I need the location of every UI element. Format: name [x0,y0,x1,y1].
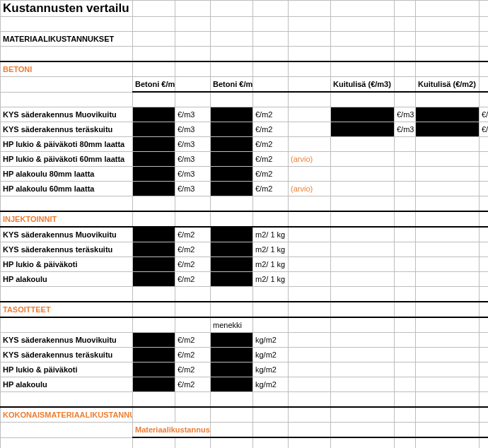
betoni-col2: Betoni €/m2 [211,77,253,93]
unit: €/m2 [253,107,289,122]
betoni-col1: Betoni €/m3 [133,77,175,93]
betoni-row-label: HP lukio & päiväkoti 80mm laatta [1,137,133,152]
unit [395,137,416,152]
tas-row-label: KYS säderakennus teräskuitu [1,348,133,362]
unit: €/m2 [175,377,211,392]
unit: €/m2 [253,122,289,137]
betoni-col4: Kuitulisä (€/m2) [416,77,480,93]
betoni-row-label: HP alakoulu 60mm laatta [1,182,133,196]
betoni-col3: Kuitulisä (€/m3) [331,77,395,93]
unit: €/m3 [175,122,211,137]
tasoitteet-header: TASOITTEET [1,302,133,317]
unit: €/m2 [480,107,489,122]
note: (arvio) [289,152,331,167]
unit: m2/ 1 kg [253,257,289,272]
unit: m2/ 1 kg [253,242,289,257]
unit: €/m3 [175,152,211,167]
injektoinnit-header: INJEKTOINNIT [1,211,133,227]
note [289,107,331,122]
kokonais-header: KOKONAISMATERIAALIKUSTANNUKSET [1,407,133,423]
unit: kg/m2 [253,348,289,362]
cost-comparison-table: Kustannusten vertailuMATERIAALIKUSTANNUK… [0,0,488,448]
unit [480,182,489,196]
section-material: MATERIAALIKUSTANNUKSET [1,32,133,47]
unit: kg/m2 [253,362,289,377]
betoni-row-label: HP alakoulu 80mm laatta [1,167,133,182]
unit: €/m3 [395,122,416,137]
inj-row-label: HP alakoulu [1,272,133,287]
unit [480,167,489,182]
betoni-row-label: KYS säderakennus teräskuitu [1,122,133,137]
unit: €/m2 [253,152,289,167]
betoni-row-label: HP lukio & päiväkoti 60mm laatta [1,152,133,167]
unit: €/m2 [175,272,211,287]
unit: €/m2 [175,257,211,272]
unit [395,167,416,182]
betoni-row-label: KYS säderakennus Muovikuitu [1,107,133,122]
note: (arvio) [289,182,331,196]
unit: €/m3 [175,137,211,152]
unit: €/m3 [395,107,416,122]
inj-row-label: KYS säderakennus teräskuitu [1,242,133,257]
tas-row-label: KYS säderakennus Muovikuitu [1,333,133,348]
betoni-header: BETONI [1,61,133,77]
unit [395,182,416,196]
kokonais-sub: Materiaalikustannus €/m2 [133,423,211,438]
unit: €/m3 [175,107,211,122]
menekki-label: menekki [211,317,253,333]
note [289,122,331,137]
inj-row-label: HP lukio & päiväkoti [1,257,133,272]
unit [395,152,416,167]
inj-row-label: KYS säderakennus Muovikuitu [1,227,133,242]
unit: €/m2 [253,137,289,152]
unit: kg/m2 [253,377,289,392]
unit: kg/m2 [253,333,289,348]
tas-row-label: HP alakoulu [1,377,133,392]
unit: €/m2 [253,167,289,182]
unit: €/m3 [175,167,211,182]
page-title: Kustannusten vertailu [1,1,133,17]
unit: €/m2 [175,333,211,348]
unit: m2/ 1 kg [253,227,289,242]
unit: €/m3 [175,182,211,196]
unit: €/m2 [175,362,211,377]
unit: €/m2 [253,182,289,196]
note [289,167,331,182]
note [289,137,331,152]
tas-row-label: HP lukio & päiväkoti [1,362,133,377]
unit: €/m2 [175,348,211,362]
unit: €/m2 [480,122,489,137]
unit [480,152,489,167]
unit: €/m2 [175,227,211,242]
unit: m2/ 1 kg [253,272,289,287]
unit: €/m2 [175,242,211,257]
unit [480,137,489,152]
